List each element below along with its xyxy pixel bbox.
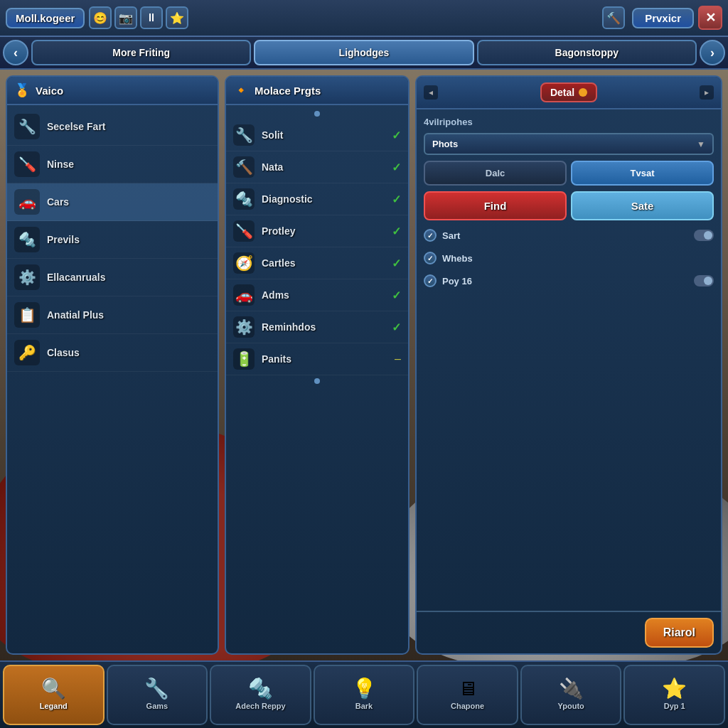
middle-item-reminhdos[interactable]: ⚙️ Reminhdos ✓ — [226, 311, 408, 343]
riarol-button[interactable]: Riarol — [645, 618, 714, 648]
left-panel-header-icon: 🏅 — [14, 82, 30, 98]
wrench-icon-btn[interactable]: 🔨 — [602, 6, 625, 29]
sart-checkbox[interactable] — [424, 229, 437, 242]
bottom-btn-adech-reppy[interactable]: 🔩 Adech Reppy — [210, 665, 311, 725]
checkbox-sart: Sart — [424, 226, 714, 245]
bottom-btn-dyp1[interactable]: ⭐ Dyp 1 — [623, 665, 725, 725]
tvsat-button[interactable]: Tvsat — [571, 161, 714, 186]
bottom-btn-gams[interactable]: 🔧 Gams — [107, 665, 208, 725]
orange-dot-icon — [579, 88, 587, 97]
bottom-btn-chapone[interactable]: 🖥 Chapone — [417, 665, 518, 725]
panits-dash: – — [395, 353, 401, 365]
checkbox-poy16: Poy 16 — [424, 272, 714, 290]
clasus-icon: 🔑 — [14, 340, 40, 365]
ypouto-icon: 🔌 — [559, 679, 584, 699]
middle-item-nata[interactable]: 🔨 Nata ✓ — [226, 151, 408, 183]
middle-item-cartles[interactable]: 🧭 Cartles ✓ — [226, 247, 408, 279]
poy16-toggle[interactable] — [694, 275, 714, 287]
tab-bagonstoppy[interactable]: Bagonstoppy — [477, 40, 697, 65]
whebs-checkbox[interactable] — [424, 252, 437, 264]
phots-dropdown[interactable]: Phots ▼ — [424, 133, 714, 155]
left-panel-title: Vaico — [36, 85, 63, 97]
chapone-icon: 🖥 — [458, 679, 478, 699]
right-footer: Riarol — [417, 611, 721, 653]
tab-lighodges[interactable]: Lighodges — [254, 40, 473, 65]
adms-check: ✓ — [392, 289, 401, 302]
nav-left-arrow[interactable]: ‹ — [3, 40, 28, 65]
adms-icon: 🚗 — [233, 284, 255, 306]
cartles-icon: 🧭 — [233, 252, 255, 274]
dalc-button[interactable]: Dalc — [424, 161, 567, 186]
dropdown-arrow-icon: ▼ — [697, 139, 705, 149]
left-item-previls[interactable]: 🔩 Previls — [7, 221, 218, 259]
app-title: Moll.kogeer — [6, 8, 85, 28]
nav-tabs: ‹ More Friting Lighodges Bagonstoppy › — [0, 37, 728, 70]
close-button[interactable]: ✕ — [698, 6, 722, 30]
previls-icon: 🔩 — [14, 227, 40, 252]
sart-toggle[interactable] — [694, 230, 714, 241]
right-panel: ◂ Detal ▸ 4vilripohes Phots ▼ Dalc — [415, 75, 722, 655]
nav-right-arrow[interactable]: › — [700, 40, 725, 65]
star-icon-btn[interactable]: ⭐ — [166, 6, 188, 29]
nata-check: ✓ — [392, 161, 401, 174]
right-panel-header: ◂ Detal ▸ — [417, 77, 721, 109]
middle-panel-header: 🔸 Molace Prgts — [226, 77, 408, 105]
diagnostic-icon: 🔩 — [233, 188, 255, 210]
secelse-fart-icon: 🔧 — [14, 114, 40, 139]
detail-title: Detal — [540, 82, 597, 102]
pause-icon-btn[interactable]: ⏸ — [140, 6, 163, 29]
middle-item-diagnostic[interactable]: 🔩 Diagnostic ✓ — [226, 183, 408, 215]
reminhdos-icon: ⚙️ — [233, 316, 255, 338]
find-sate-row: Find Sate — [424, 191, 714, 220]
nata-icon: 🔨 — [233, 156, 255, 178]
middle-panel-list: 🔧 Solit ✓ 🔨 Nata ✓ 🔩 Diagnostic ✓ 🪛 Prot… — [226, 105, 408, 653]
emoji-icon-btn[interactable]: 😊 — [89, 6, 112, 29]
main-content: 🏅 Vaico 🔧 Secelse Fart 🪛 Ninse 🚗 Cars 🔩 — [0, 70, 728, 660]
left-item-anatial-plus[interactable]: 📋 Anatial Plus — [7, 296, 218, 334]
cartles-check: ✓ — [392, 257, 401, 270]
dropdown-row: Phots ▼ — [424, 133, 714, 155]
left-item-ellacanruals[interactable]: ⚙️ Ellacanruals — [7, 259, 218, 296]
legand-icon: 🔍 — [41, 679, 66, 699]
left-item-secelse-fart[interactable]: 🔧 Secelse Fart — [7, 108, 218, 146]
bottom-btn-legand[interactable]: 🔍 Legand — [3, 665, 105, 725]
middle-panel-title: Molace Prgts — [255, 85, 321, 97]
solit-check: ✓ — [392, 129, 401, 142]
bottom-btn-ypouto[interactable]: 🔌 Ypouto — [520, 665, 622, 725]
right-content: 4vilripohes Phots ▼ Dalc Tvsat Find Sate — [417, 109, 721, 611]
bottom-bar: 🔍 Legand 🔧 Gams 🔩 Adech Reppy 💡 Bark 🖥 C… — [0, 660, 728, 728]
dalc-tvsat-row: Dalc Tvsat — [424, 161, 714, 186]
left-item-cars[interactable]: 🚗 Cars — [7, 183, 218, 221]
adech-reppy-icon: 🔩 — [248, 679, 273, 699]
left-panel-header: 🏅 Vaico — [7, 77, 218, 105]
tab-more-friting[interactable]: More Friting — [31, 40, 251, 65]
right-nav-right[interactable]: ▸ — [700, 85, 714, 100]
ellacanruals-icon: ⚙️ — [14, 264, 40, 290]
solit-icon: 🔧 — [233, 124, 255, 146]
middle-item-solit[interactable]: 🔧 Solit ✓ — [226, 119, 408, 151]
left-item-clasus[interactable]: 🔑 Clasus — [7, 334, 218, 372]
cars-icon: 🚗 — [14, 189, 40, 215]
sate-button[interactable]: Sate — [571, 191, 714, 220]
anatial-plus-icon: 📋 — [14, 302, 40, 328]
protley-icon: 🪛 — [233, 220, 255, 242]
prvxicr-button[interactable]: Prvxicr — [632, 8, 694, 28]
scroll-indicator-top — [226, 108, 408, 119]
dyp1-icon: ⭐ — [662, 679, 687, 699]
left-item-ninse[interactable]: 🪛 Ninse — [7, 146, 218, 183]
panits-icon: 🔋 — [233, 348, 255, 370]
camera-icon-btn[interactable]: 📷 — [114, 6, 137, 29]
info-text: 4vilripohes — [424, 117, 714, 127]
left-panel-list: 🔧 Secelse Fart 🪛 Ninse 🚗 Cars 🔩 Previls … — [7, 105, 218, 653]
bark-icon: 💡 — [352, 679, 377, 699]
right-nav-left[interactable]: ◂ — [424, 85, 438, 100]
middle-item-protley[interactable]: 🪛 Protley ✓ — [226, 215, 408, 247]
find-button[interactable]: Find — [424, 191, 567, 220]
top-bar: Moll.kogeer 😊 📷 ⏸ ⭐ 🔨 Prvxicr ✕ — [0, 0, 728, 37]
middle-panel-header-icon: 🔸 — [233, 82, 249, 98]
reminhdos-check: ✓ — [392, 321, 401, 334]
middle-item-adms[interactable]: 🚗 Adms ✓ — [226, 279, 408, 311]
poy16-checkbox[interactable] — [424, 274, 437, 287]
middle-item-panits[interactable]: 🔋 Panits – — [226, 343, 408, 375]
bottom-btn-bark[interactable]: 💡 Bark — [314, 665, 415, 725]
